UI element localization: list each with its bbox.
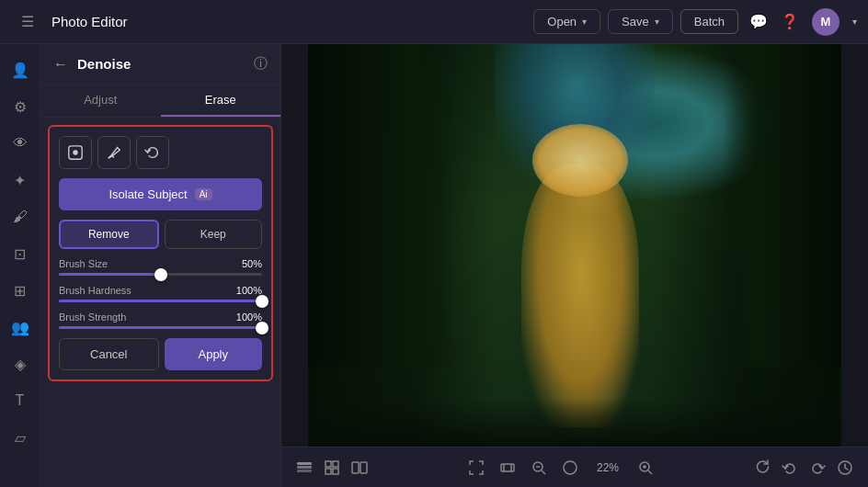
panel-title: Denoise bbox=[77, 56, 245, 72]
brush-strength-thumb[interactable] bbox=[256, 322, 268, 334]
fit-screen-icon-button[interactable] bbox=[468, 459, 485, 476]
erase-tool-button[interactable] bbox=[97, 136, 131, 169]
save-button[interactable]: Save ▾ bbox=[608, 9, 673, 34]
brush-size-slider-row: Brush Size 50% bbox=[59, 258, 262, 276]
svg-rect-5 bbox=[326, 461, 331, 467]
brush-icon-button[interactable]: 🖌 bbox=[4, 200, 37, 233]
remove-button[interactable]: Remove bbox=[59, 220, 159, 249]
remove-keep-row: Remove Keep bbox=[59, 220, 262, 249]
erase-panel: Isolate Subject Ai Remove Keep Brush Siz… bbox=[48, 125, 273, 381]
header-left: ☰ Photo Editor bbox=[11, 6, 522, 39]
svg-line-16 bbox=[542, 470, 545, 474]
bottom-center-tools: 22% bbox=[468, 459, 654, 476]
ai-badge: Ai bbox=[195, 188, 212, 200]
svg-rect-2 bbox=[297, 470, 312, 472]
brush-strength-slider-row: Brush Strength 100% bbox=[59, 311, 262, 329]
svg-point-1 bbox=[73, 150, 77, 154]
canvas-area: 22% bbox=[281, 44, 868, 487]
main: 👤 ⚙ 👁 ✦ 🖌 ⊡ ⊞ 👥 ◈ T ▱ ← Denoise ⓘ Adjust… bbox=[0, 44, 868, 487]
isolate-subject-button[interactable]: Isolate Subject Ai bbox=[59, 178, 262, 210]
reset-tool-button[interactable] bbox=[136, 136, 169, 169]
tool-icons-row bbox=[59, 136, 262, 169]
info-button[interactable]: ⓘ bbox=[254, 55, 268, 73]
svg-line-21 bbox=[648, 470, 652, 474]
cancel-apply-row: Cancel Apply bbox=[59, 338, 262, 370]
text-icon-button[interactable]: T bbox=[4, 384, 37, 417]
back-button[interactable]: ← bbox=[53, 56, 68, 73]
avatar-chevron-icon: ▾ bbox=[852, 17, 857, 27]
header-right: 💬 ❓ M ▾ bbox=[749, 8, 857, 36]
layers-bottom-icon-button[interactable] bbox=[296, 459, 313, 476]
avatar[interactable]: M bbox=[812, 8, 839, 36]
grid-bottom-icon-button[interactable] bbox=[324, 459, 340, 476]
panel-header: ← Denoise ⓘ bbox=[40, 44, 280, 85]
brush-size-thumb[interactable] bbox=[154, 268, 167, 281]
globe-icon-button[interactable]: ◈ bbox=[4, 347, 37, 380]
svg-rect-4 bbox=[297, 462, 312, 465]
chat-icon-button[interactable]: 💬 bbox=[749, 13, 768, 30]
redo-icon-button[interactable] bbox=[809, 459, 826, 476]
cancel-button[interactable]: Cancel bbox=[59, 338, 159, 370]
open-button[interactable]: Open ▾ bbox=[533, 9, 600, 34]
sliders-icon-button[interactable]: ⚙ bbox=[4, 90, 37, 123]
save-chevron-icon: ▾ bbox=[655, 17, 659, 27]
brush-hardness-track bbox=[59, 300, 262, 302]
batch-button[interactable]: Batch bbox=[680, 9, 738, 34]
bottom-left-tools bbox=[296, 459, 368, 476]
zoom-level-display: 22% bbox=[593, 461, 622, 474]
compare-bottom-icon-button[interactable] bbox=[351, 459, 368, 476]
undo-icon-button[interactable] bbox=[782, 459, 798, 476]
layers-icon-button[interactable]: ⊞ bbox=[4, 274, 37, 307]
brush-hardness-slider-row: Brush Hardness 100% bbox=[59, 285, 262, 302]
bottom-toolbar: 22% bbox=[281, 447, 868, 487]
brush-strength-track bbox=[59, 326, 262, 329]
bottom-right-tools bbox=[754, 459, 853, 476]
hamburger-menu-button[interactable]: ☰ bbox=[11, 6, 44, 39]
brush-hardness-label-row: Brush Hardness 100% bbox=[59, 285, 262, 296]
svg-rect-9 bbox=[352, 462, 359, 473]
svg-point-17 bbox=[564, 461, 577, 474]
zoom-fit-icon-button[interactable] bbox=[499, 459, 516, 476]
brush-strength-label-row: Brush Strength 100% bbox=[59, 311, 262, 323]
brush-strength-fill bbox=[59, 326, 262, 329]
zoom-out-icon-button[interactable] bbox=[531, 459, 547, 476]
apply-button[interactable]: Apply bbox=[165, 338, 263, 370]
svg-rect-6 bbox=[333, 461, 338, 467]
crop-icon-button[interactable]: ⊡ bbox=[4, 237, 37, 270]
keep-button[interactable]: Keep bbox=[165, 220, 263, 249]
icon-bar: 👤 ⚙ 👁 ✦ 🖌 ⊡ ⊞ 👥 ◈ T ▱ bbox=[0, 44, 40, 487]
magic-icon-button[interactable]: ✦ bbox=[4, 164, 37, 197]
open-chevron-icon: ▾ bbox=[582, 17, 587, 27]
svg-rect-3 bbox=[297, 466, 312, 469]
svg-rect-11 bbox=[501, 464, 514, 471]
tabs: Adjust Erase bbox=[40, 85, 280, 118]
zoom-reset-icon-button[interactable] bbox=[562, 459, 578, 476]
svg-rect-7 bbox=[326, 469, 331, 474]
svg-rect-10 bbox=[360, 462, 367, 473]
brush-size-track bbox=[59, 273, 262, 276]
rotate-icon-button[interactable] bbox=[754, 459, 771, 476]
svg-rect-8 bbox=[333, 469, 338, 474]
left-panel: ← Denoise ⓘ Adjust Erase bbox=[40, 44, 281, 487]
photo-container bbox=[308, 44, 841, 447]
brush-hardness-fill bbox=[59, 300, 262, 302]
app-title: Photo Editor bbox=[51, 14, 128, 29]
selection-tool-button[interactable] bbox=[59, 136, 92, 169]
canvas-content[interactable] bbox=[281, 44, 868, 447]
shape-icon-button[interactable]: ▱ bbox=[4, 421, 37, 454]
zoom-in-icon-button[interactable] bbox=[637, 459, 654, 476]
history-icon-button[interactable] bbox=[837, 459, 853, 476]
tab-erase[interactable]: Erase bbox=[161, 85, 281, 117]
brush-size-fill bbox=[59, 273, 161, 276]
tab-adjust[interactable]: Adjust bbox=[40, 85, 161, 117]
people-icon-button[interactable]: 👥 bbox=[4, 311, 37, 344]
brush-hardness-thumb[interactable] bbox=[256, 295, 268, 308]
header-center: Open ▾ Save ▾ Batch bbox=[533, 9, 738, 34]
help-icon-button[interactable]: ❓ bbox=[781, 13, 799, 30]
user-icon-button[interactable]: 👤 bbox=[4, 53, 37, 86]
header: ☰ Photo Editor Open ▾ Save ▾ Batch 💬 ❓ M… bbox=[0, 0, 868, 44]
photo-image bbox=[308, 44, 841, 447]
eye-icon-button[interactable]: 👁 bbox=[4, 127, 37, 160]
